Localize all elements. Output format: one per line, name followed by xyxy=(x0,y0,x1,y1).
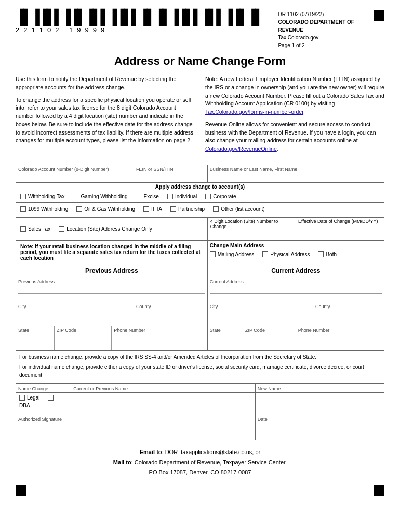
department-name: COLORADO DEPARTMENT OF REVENUE xyxy=(278,18,374,34)
date-label: Date xyxy=(258,417,268,422)
intro-right: Note: A new Federal Employer Identificat… xyxy=(205,75,384,157)
curr-zip-input[interactable] xyxy=(245,333,294,342)
intro-right-p1: Note: A new Federal Employer Identificat… xyxy=(205,75,384,116)
both-checkbox[interactable] xyxy=(318,251,324,257)
legal-checkbox[interactable] xyxy=(19,395,25,401)
prev-state-label: State xyxy=(18,328,29,333)
current-prev-name-label: Current or Previous Name xyxy=(73,386,128,391)
footer-note: For business name change, provide a copy… xyxy=(16,350,384,384)
sales-tax-checkbox-row: Sales Tax Location (Site) Address Change… xyxy=(20,226,203,232)
new-name-label: New Name xyxy=(258,386,281,391)
current-address-input[interactable] xyxy=(210,284,382,294)
curr-state-label: State xyxy=(210,328,221,333)
footer-contact: Email to: DOR_taxapplications@state.co.u… xyxy=(16,447,384,478)
retail-note: Note: If your retail business location c… xyxy=(20,244,201,261)
corner-square-bottom-right xyxy=(374,485,384,496)
sales-tax-checkbox[interactable] xyxy=(20,226,26,232)
fein-input[interactable] xyxy=(136,172,205,181)
prev-county-input[interactable] xyxy=(136,309,205,318)
account-number-input[interactable] xyxy=(18,172,131,181)
effective-date-input[interactable] xyxy=(298,224,382,233)
main-form-table: Colorado Account Number (8-Digit Number)… xyxy=(16,165,384,350)
corporate-label: Corporate xyxy=(213,194,236,200)
prev-phone-input[interactable] xyxy=(114,333,205,342)
tax-colorado-link[interactable]: Tax.Colorado.gov/forms-in-number-order xyxy=(205,109,303,115)
location-4digit-input[interactable] xyxy=(210,229,294,238)
prev-zip-input[interactable] xyxy=(57,333,109,342)
other-checkbox[interactable] xyxy=(213,206,219,212)
dba-checkbox[interactable] xyxy=(48,395,54,401)
intro-left-p2: To change the address for a specific phy… xyxy=(16,96,195,145)
new-name-input[interactable] xyxy=(258,395,382,404)
oil-gas-label: Oil & Gas Withholding xyxy=(84,206,135,212)
previous-address-label: Previous Address xyxy=(18,279,55,284)
ifta-checkbox[interactable] xyxy=(143,206,149,212)
page-header: ▐▌▐▐▌▌▐▐▌▐▌▌▐▐▌▌▐▌▐▌▐▐▌▌▐▌▌▐▐▌▐▌ 221102 … xyxy=(16,10,384,49)
partnership-checkbox[interactable] xyxy=(170,206,176,212)
curr-county-label: County xyxy=(315,304,330,309)
email-line: Email to: DOR_taxapplications@state.co.u… xyxy=(16,447,384,458)
current-address-header: Current Address xyxy=(271,267,320,274)
revenue-online-link[interactable]: Colorado.gov/RevenueOnline xyxy=(205,145,277,152)
withholding-tax-checkbox[interactable] xyxy=(20,194,26,200)
authorized-sig-input[interactable] xyxy=(18,422,253,431)
name-change-fields-row: Legal DBA xyxy=(16,392,384,415)
barcode-image: ▐▌▐▐▌▌▐▐▌▐▌▌▐▐▌▌▐▌▐▌▐▐▌▌▐▌▌▐▐▌▐▌ xyxy=(16,10,262,25)
corner-square-top-right xyxy=(374,10,384,21)
curr-phone-input[interactable] xyxy=(298,333,382,342)
other-account-input[interactable] xyxy=(273,205,325,214)
location-address-change-label: Location (Site) Address Change Only xyxy=(66,226,152,232)
mail-value: Colorado Department of Revenue, Taxpayer… xyxy=(135,459,287,466)
intro-section: Use this form to notify the Department o… xyxy=(16,75,384,157)
intro-right-p2: Revenue Online allows for convenient and… xyxy=(205,121,384,153)
mailing-address-checkbox[interactable] xyxy=(210,251,216,257)
gaming-withholding-checkbox[interactable] xyxy=(73,194,78,200)
previous-address-header: Previous Address xyxy=(85,267,138,274)
barcode-number: 221102 19999 xyxy=(16,26,262,34)
curr-state-input[interactable] xyxy=(210,333,241,342)
page-info: Page 1 of 2 xyxy=(278,42,374,49)
excise-label: Excise xyxy=(143,194,158,200)
page-title: Address or Name Change Form xyxy=(16,55,384,68)
curr-county-input[interactable] xyxy=(315,309,382,318)
footer-note-p1: For business name change, provide a copy… xyxy=(19,353,381,361)
excise-checkbox[interactable] xyxy=(136,194,141,200)
corporate-checkbox[interactable] xyxy=(205,194,211,200)
effective-date-label: Effective Date of Change (MM/DD/YY) xyxy=(298,219,378,224)
city-county-row: City County City County xyxy=(16,302,384,326)
prev-phone-label: Phone Number xyxy=(114,328,145,333)
sales-tax-row: Sales Tax Location (Site) Address Change… xyxy=(16,217,384,240)
legal-label: Legal xyxy=(27,395,39,401)
prev-city-input[interactable] xyxy=(18,309,131,318)
authorized-signature-row: Authorized Signature Date xyxy=(16,415,384,440)
physical-address-checkbox[interactable] xyxy=(262,251,268,257)
current-address-label: Current Address xyxy=(210,279,244,284)
curr-phone-label: Phone Number xyxy=(298,328,330,333)
checkboxes-row1: Withholding Tax Gaming Withholding Excis… xyxy=(16,191,384,202)
website: Tax.Colorado.gov xyxy=(278,34,374,42)
note-change-address-row: Note: If your retail business location c… xyxy=(16,240,384,264)
1099-withholding-checkbox[interactable] xyxy=(20,206,26,212)
current-prev-name-input[interactable] xyxy=(73,395,253,404)
previous-address-input[interactable] xyxy=(18,284,205,294)
intro-left-p1: Use this form to notify the Department o… xyxy=(16,75,195,92)
apply-section-row: Apply address change to account(s) xyxy=(16,182,384,191)
prev-city-label: City xyxy=(18,304,26,309)
date-input[interactable] xyxy=(258,422,382,431)
header-info: DR 1102 (07/19/22) COLORADO DEPARTMENT O… xyxy=(262,10,374,49)
name-type-row: Legal DBA xyxy=(19,395,68,408)
location-address-change-checkbox[interactable] xyxy=(59,226,64,232)
name-change-header-row: Name Change Current or Previous Name New… xyxy=(16,384,384,392)
barcode-area: ▐▌▐▐▌▌▐▐▌▐▌▌▐▐▌▌▐▌▐▌▐▐▌▌▐▌▌▐▐▌▐▌ 221102 … xyxy=(16,10,262,34)
individual-checkbox[interactable] xyxy=(167,194,173,200)
authorized-sig-label: Authorized Signature xyxy=(18,417,62,422)
prev-state-input[interactable] xyxy=(18,333,52,342)
curr-city-input[interactable] xyxy=(210,309,311,318)
both-label: Both xyxy=(326,251,337,257)
checkbox-row-2: 1099 Withholding Oil & Gas Withholding I… xyxy=(20,205,380,214)
checkboxes-row2: 1099 Withholding Oil & Gas Withholding I… xyxy=(16,202,384,217)
sales-tax-label: Sales Tax xyxy=(28,226,50,232)
business-name-input[interactable] xyxy=(210,172,382,181)
intro-left: Use this form to notify the Department o… xyxy=(16,75,195,157)
oil-gas-checkbox[interactable] xyxy=(76,206,82,212)
